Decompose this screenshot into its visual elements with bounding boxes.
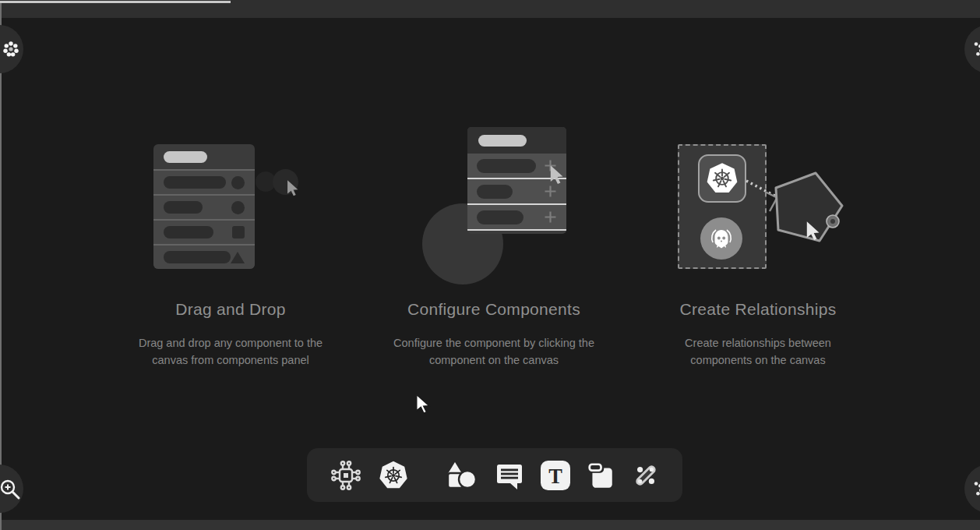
step-create-relationships: Create Relationships Create relationship… [626, 300, 890, 369]
panel-title-pill [164, 151, 207, 163]
click-cursor-icon [548, 164, 566, 185]
triangle-shape-icon [231, 252, 245, 263]
text-icon: T [541, 461, 570, 490]
kubernetes-tool-button[interactable] [377, 459, 410, 492]
zoom-in-icon [0, 478, 21, 500]
flower-icon [2, 40, 20, 58]
comment-icon [494, 460, 525, 491]
row-label-pill [477, 210, 523, 224]
step-configure-components: Configure Components Configure the compo… [361, 300, 626, 369]
relationship-icon [631, 461, 661, 490]
note-tool-button[interactable] [586, 461, 615, 490]
row-label-pill [164, 226, 213, 238]
top-progress-line [0, 1, 231, 3]
component-explorer-button[interactable] [330, 460, 361, 491]
row-label-pill [164, 201, 203, 214]
bottom-bar [0, 520, 980, 530]
tools-dock: T [307, 448, 682, 502]
relationship-cursor-icon [804, 221, 823, 241]
kubernetes-icon [704, 161, 740, 196]
panel-row [153, 169, 255, 194]
step-title: Drag and Drop [98, 300, 363, 319]
illustration-panel-header [153, 144, 255, 169]
svg-text:T: T [548, 464, 562, 487]
row-label-pill [164, 251, 231, 263]
step-title: Configure Components [361, 300, 626, 319]
step-description: Drag and drop any component to the canva… [133, 334, 328, 369]
config-row [467, 205, 566, 231]
panel-row [153, 194, 255, 219]
flower-icon [968, 480, 980, 497]
step-description: Configure the component by clicking the … [381, 334, 607, 369]
flower-icon [968, 41, 980, 58]
row-label-pill [477, 185, 513, 199]
shapes-icon [444, 460, 478, 491]
drag-cursor-icon [285, 179, 301, 196]
circle-shape-icon [231, 201, 245, 214]
text-tool-button[interactable]: T [541, 461, 570, 490]
comment-tool-button[interactable] [494, 460, 525, 491]
kubernetes-icon [377, 459, 410, 492]
plus-icon [544, 210, 557, 224]
plus-icon [544, 185, 557, 198]
step-drag-and-drop: Drag and Drop Drag and drop any componen… [98, 300, 363, 369]
row-label-pill [477, 159, 536, 173]
relationship-tool-button[interactable] [631, 461, 661, 490]
mouse-cursor-icon [415, 394, 431, 414]
component-explorer-icon [330, 460, 361, 491]
drag-drop-illustration [153, 144, 255, 269]
config-panel-header [467, 127, 566, 154]
row-label-pill [164, 176, 226, 189]
squid-node [700, 217, 742, 260]
shapes-tool-button[interactable] [444, 460, 478, 491]
circle-shape-icon [231, 176, 245, 189]
square-shape-icon [232, 226, 245, 238]
squid-icon [706, 223, 737, 254]
panel-title-pill [478, 135, 527, 147]
panel-row [153, 219, 255, 244]
step-title: Create Relationships [626, 300, 890, 319]
note-icon [586, 461, 615, 490]
step-description: Create relationships between components … [661, 334, 855, 369]
kubernetes-node [698, 154, 746, 203]
panel-row [153, 244, 255, 269]
relationship-illustration [678, 144, 767, 269]
